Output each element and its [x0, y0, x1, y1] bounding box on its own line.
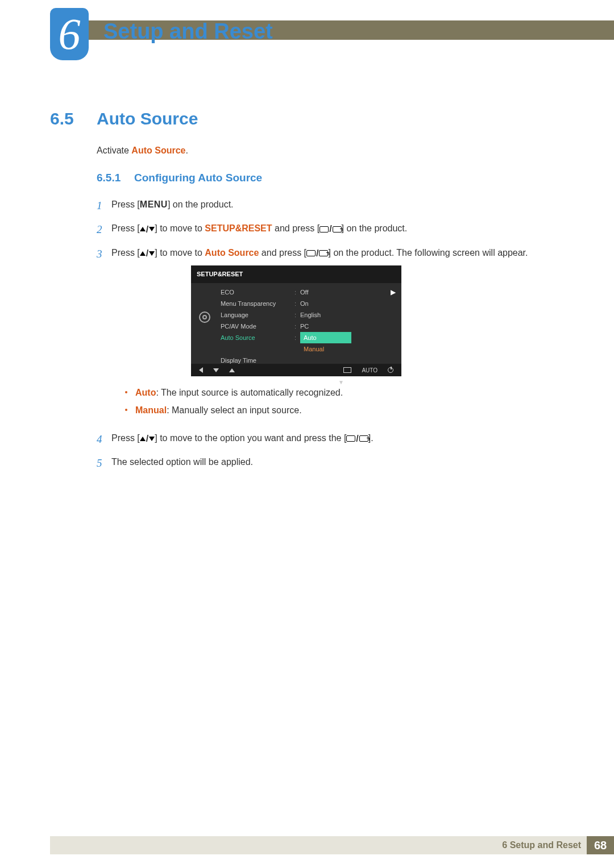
t: and press [ [259, 248, 306, 258]
chevron-right-icon: ▶ [391, 286, 396, 298]
enter-icon: / [346, 431, 368, 446]
t: ] to move to the option you want and pre… [155, 433, 346, 443]
enter-sym-icon [359, 435, 368, 442]
osd-label: PC/AV Mode [221, 321, 294, 332]
enter-icon: / [320, 221, 341, 236]
nav-down-icon [213, 368, 219, 372]
footer-bar: 6 Setup and Reset 68 [50, 836, 614, 854]
osd-row-autosource: Auto Source:Auto [218, 332, 401, 343]
triangle-up-icon [140, 227, 146, 231]
step-5: 5 The selected option will be applied. [97, 454, 563, 472]
osd-row-language: Language:English [218, 309, 401, 321]
bullet-auto-hl: Auto [135, 388, 156, 397]
step-1: 1 Press [MENU] on the product. [97, 197, 563, 215]
step-2-body: Press [/] to move to SETUP&RESET and pre… [111, 221, 563, 237]
enter-sym-icon [319, 250, 328, 256]
intro-text: Activate Auto Source. [97, 146, 188, 156]
step-1-body: Press [MENU] on the product. [111, 197, 563, 212]
osd-label: Language [221, 310, 294, 321]
t: Press [ [111, 223, 140, 233]
section-number: 6.5 [50, 109, 74, 128]
triangle-down-icon [149, 227, 155, 231]
triangle-down-icon [149, 251, 155, 256]
step-4-body: Press [/] to move to the option you want… [111, 430, 563, 447]
step-1-num: 1 [97, 197, 111, 215]
osd-val: PC [300, 321, 396, 332]
bullet-manual-hl: Manual [135, 405, 167, 415]
power-icon [388, 367, 393, 373]
rect-icon [346, 435, 355, 442]
up-down-icon: / [140, 431, 155, 446]
t: Press [ [111, 433, 140, 443]
enter-icon: / [306, 246, 328, 261]
footer-text: 6 Setup and Reset [502, 840, 587, 850]
osd-footer: AUTO [191, 364, 401, 376]
osd-val: On [300, 298, 396, 309]
rect-icon [320, 226, 329, 232]
t: ] on the product. [342, 223, 408, 233]
bullet-manual-text: : Manually select an input source. [167, 405, 301, 415]
steps-container: 1 Press [MENU] on the product. 2 Press [… [97, 197, 563, 479]
up-down-icon: / [140, 246, 155, 261]
osd-panel: SETUP&RESET ECO:Off▶ Menu Transparency:O… [191, 265, 401, 376]
osd-val-highlight: Auto [300, 332, 351, 344]
step-1-post: ] on the product. [168, 200, 234, 209]
step-5-body: The selected option will be applied. [111, 454, 563, 470]
step-3: 3 Press [/] to move to Auto Source and p… [97, 245, 563, 425]
step-4: 4 Press [/] to move to the option you wa… [97, 430, 563, 448]
osd-row-transparency: Menu Transparency:On [218, 298, 401, 309]
bullet-auto-text: : The input source is automatically reco… [156, 388, 343, 397]
rect-icon [306, 250, 316, 256]
footer-page: 68 [587, 836, 614, 854]
osd-row-manual: Manual [218, 343, 401, 355]
bullet-auto: Auto: The input source is automatically … [125, 384, 563, 401]
t: and press [ [272, 223, 320, 233]
step-2: 2 Press [/] to move to SETUP&RESET and p… [97, 221, 563, 239]
step-1-pre: Press [ [111, 200, 140, 209]
gear-icon [199, 312, 210, 323]
subsection-number: 6.5.1 [97, 172, 121, 184]
triangle-up-icon [140, 437, 146, 441]
osd-label: Auto Source [221, 333, 294, 343]
osd-val: English [300, 310, 396, 321]
bullet-list: Auto: The input source is automatically … [125, 384, 563, 419]
step-2-num: 2 [97, 221, 111, 239]
section-title: Auto Source [97, 109, 198, 128]
step-4-num: 4 [97, 430, 111, 448]
intro-post: . [185, 146, 188, 155]
osd-row-eco: ECO:Off▶ [218, 286, 401, 298]
chapter-number: 6 [50, 8, 89, 60]
step-2-hl: SETUP&RESET [205, 223, 272, 233]
intro-highlight: Auto Source [131, 146, 185, 155]
subsection-title: Configuring Auto Source [134, 172, 262, 184]
osd-row-pcav: PC/AV Mode:PC [218, 321, 401, 332]
enter-box-icon [343, 367, 351, 373]
osd-val-manual: Manual [300, 343, 327, 355]
menu-key-icon: MENU [140, 197, 168, 212]
osd-title: SETUP&RESET [191, 265, 401, 283]
t: ] to move to [155, 223, 205, 233]
nav-left-icon [199, 367, 203, 373]
osd-val: Off [300, 287, 391, 298]
triangle-up-icon [140, 251, 146, 256]
t: ] to move to [155, 248, 205, 258]
step-5-num: 5 [97, 454, 111, 472]
chapter-badge: 6 [50, 8, 89, 60]
osd-label: ECO [221, 287, 294, 298]
bullet-manual: Manual: Manually select an input source. [125, 402, 563, 419]
triangle-down-icon [149, 437, 155, 441]
step-3-hl: Auto Source [205, 248, 259, 258]
intro-pre: Activate [97, 146, 131, 155]
nav-up-icon [229, 368, 235, 372]
chapter-title: Setup and Reset [103, 19, 273, 44]
enter-sym-icon [333, 226, 342, 232]
up-down-icon: / [140, 222, 155, 237]
t: ] on the product. The following screen w… [328, 248, 528, 258]
t: Press [ [111, 248, 140, 258]
osd-label: Menu Transparency [221, 298, 294, 309]
step-3-num: 3 [97, 245, 111, 263]
osd-footer-auto: AUTO [362, 366, 377, 375]
step-3-body: Press [/] to move to Auto Source and pre… [111, 245, 563, 425]
